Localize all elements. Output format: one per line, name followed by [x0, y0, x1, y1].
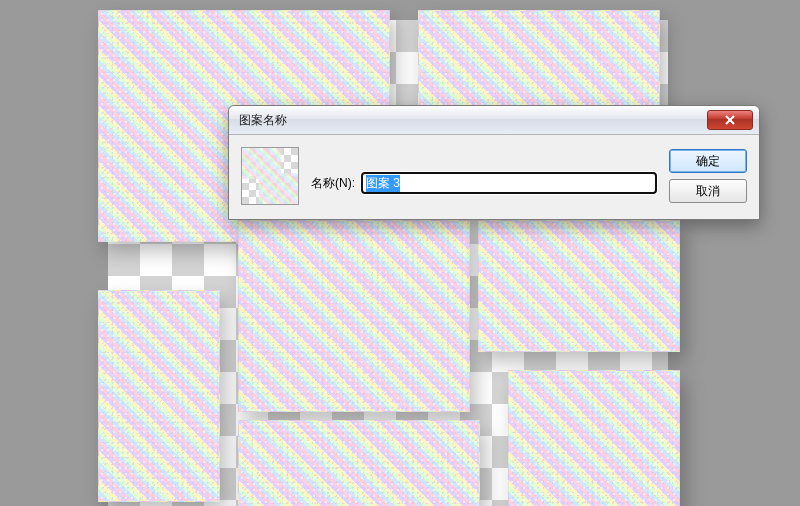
document-canvas — [108, 20, 668, 506]
pattern-name-dialog: 图案名称 名称(N): 确定 取消 — [228, 105, 760, 220]
pattern-tile — [478, 220, 680, 352]
dialog-title: 图案名称 — [239, 112, 707, 129]
ok-button-label: 确定 — [696, 153, 720, 170]
ok-button[interactable]: 确定 — [669, 149, 747, 173]
name-label: 名称(N): — [311, 175, 355, 192]
close-icon — [724, 114, 736, 126]
pattern-tile — [238, 420, 480, 506]
close-button[interactable] — [707, 110, 753, 130]
cancel-button[interactable]: 取消 — [669, 179, 747, 203]
cancel-button-label: 取消 — [696, 183, 720, 200]
pattern-thumbnail — [241, 147, 299, 205]
pattern-tile — [508, 370, 680, 506]
dialog-titlebar[interactable]: 图案名称 — [229, 106, 759, 135]
pattern-tile — [238, 220, 470, 412]
pattern-name-input[interactable] — [361, 172, 657, 194]
pattern-tile — [98, 290, 220, 502]
